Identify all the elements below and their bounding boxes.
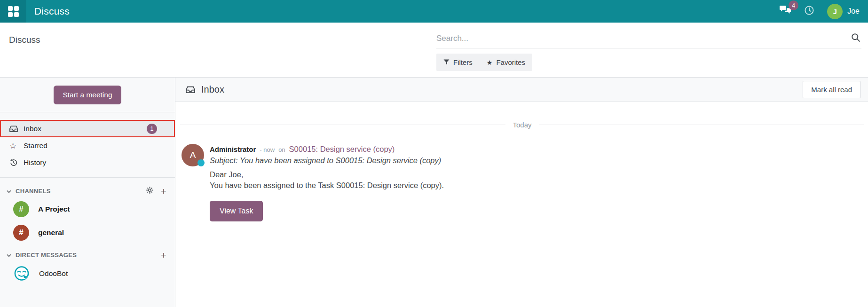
sidebar-dm-odoobot[interactable]: OdooBot [0, 261, 175, 286]
inbox-icon [186, 85, 195, 94]
message-timestamp: - now [260, 146, 275, 153]
plus-icon: + [161, 250, 166, 260]
view-task-button[interactable]: View Task [210, 201, 263, 221]
sidebar-item-label: Inbox [24, 125, 41, 133]
mailbox-list: Inbox 1 ☆ Starred History [0, 120, 175, 171]
user-name: Joe [847, 7, 860, 16]
sidebar-item-label: History [24, 158, 46, 167]
record-link[interactable]: S00015: Design service (copy) [289, 145, 395, 154]
date-divider-label: Today [513, 121, 531, 129]
search-icon [851, 33, 860, 44]
messages-count-badge: 4 [789, 0, 798, 10]
message-subject: Subject: You have been assigned to S0001… [210, 156, 444, 165]
history-icon [9, 158, 18, 167]
channels-header-label: CHANNELS [16, 188, 51, 195]
clock-icon [804, 5, 814, 17]
filters-label: Filters [453, 58, 473, 66]
star-outline-icon: ☆ [9, 142, 18, 150]
thread-title-label: Inbox [201, 84, 224, 95]
apps-menu-button[interactable] [0, 0, 26, 23]
search-button[interactable] [850, 33, 861, 44]
apps-grid-icon [8, 6, 19, 17]
body-region: Start a meeting Inbox 1 ☆ Starred [0, 78, 868, 307]
add-direct-message-button[interactable]: + [161, 250, 166, 260]
channel-name: general [38, 228, 64, 237]
control-panel: Discuss Filters [0, 23, 868, 78]
channel-avatar: # [13, 201, 29, 217]
chevron-down-icon [7, 188, 11, 195]
message-on-label: on [278, 146, 285, 153]
favorites-button[interactable]: ★ Favorites [480, 54, 532, 71]
hash-icon: # [19, 228, 23, 237]
thread-title: Inbox [186, 84, 224, 95]
hash-icon: # [19, 205, 23, 214]
direct-messages-header-label: DIRECT MESSAGES [16, 252, 77, 259]
channel-settings-button[interactable] [146, 186, 154, 196]
messages-menu-button[interactable]: 4 [779, 5, 791, 17]
sidebar-divider [0, 177, 175, 178]
sidebar-divider [0, 112, 175, 112]
sidebar-item-starred[interactable]: ☆ Starred [0, 137, 175, 154]
author-avatar: A [181, 144, 204, 166]
search-area [436, 33, 861, 48]
inbox-icon [9, 125, 18, 133]
thread-header: Inbox Mark all read [175, 78, 868, 102]
user-avatar-initial: J [833, 8, 837, 16]
message: A Administrator - now on S00015: Design … [180, 144, 864, 221]
message-body-line: You have been assigned to the Task S0001… [210, 180, 444, 191]
app-title[interactable]: Discuss [34, 6, 70, 17]
activity-menu-button[interactable] [804, 5, 814, 17]
plus-icon: + [161, 186, 166, 196]
message-body: Dear Joe, You have been assigned to the … [210, 169, 444, 191]
filters-button[interactable]: Filters [436, 54, 480, 71]
discuss-app-window: Discuss 4 [0, 0, 868, 307]
inbox-unread-badge: 1 [147, 124, 157, 134]
discuss-sidebar: Start a meeting Inbox 1 ☆ Starred [0, 78, 175, 307]
channels-section-header[interactable]: CHANNELS + [0, 184, 175, 197]
funnel-icon [443, 58, 450, 66]
mark-all-read-button[interactable]: Mark all read [803, 81, 860, 98]
author-avatar-initial: A [190, 150, 196, 160]
message-content: Administrator - now on S00015: Design se… [210, 144, 444, 221]
favorites-label: Favorites [496, 58, 525, 66]
sidebar-item-history[interactable]: History [0, 154, 175, 171]
sidebar-item-inbox[interactable]: Inbox 1 [0, 120, 175, 137]
filter-bar: Filters ★ Favorites [436, 54, 532, 71]
date-divider: Today [180, 121, 864, 129]
user-menu-button[interactable]: J Joe [827, 4, 860, 19]
channel-avatar: # [13, 225, 29, 241]
gear-icon [146, 186, 154, 196]
sidebar-channel-a-project[interactable]: # A Project [0, 197, 175, 221]
user-avatar: J [827, 4, 843, 19]
sidebar-item-label: Starred [24, 142, 47, 150]
add-channel-button[interactable]: + [161, 186, 166, 196]
channel-name: A Project [38, 205, 70, 213]
direct-messages-section-header[interactable]: DIRECT MESSAGES + [0, 248, 175, 261]
star-filled-icon: ★ [487, 59, 493, 66]
message-author: Administrator [210, 145, 256, 153]
dm-name: OdooBot [39, 269, 68, 278]
message-header: Administrator - now on S00015: Design se… [210, 145, 444, 154]
start-meeting-button[interactable]: Start a meeting [54, 86, 121, 104]
online-status-dot [197, 159, 205, 166]
top-navbar: Discuss 4 [0, 0, 868, 23]
systray: 4 J Joe [779, 4, 868, 19]
sidebar-channel-general[interactable]: # general [0, 221, 175, 244]
chevron-down-icon [7, 252, 11, 259]
search-input[interactable] [436, 34, 850, 43]
thread-panel: Inbox Mark all read Today A Administrato… [175, 78, 868, 307]
message-greeting: Dear Joe, [210, 169, 444, 180]
breadcrumb: Discuss [9, 35, 40, 45]
message-list: Today A Administrator - now on S00015: D… [175, 102, 868, 221]
odoobot-avatar [13, 265, 30, 282]
